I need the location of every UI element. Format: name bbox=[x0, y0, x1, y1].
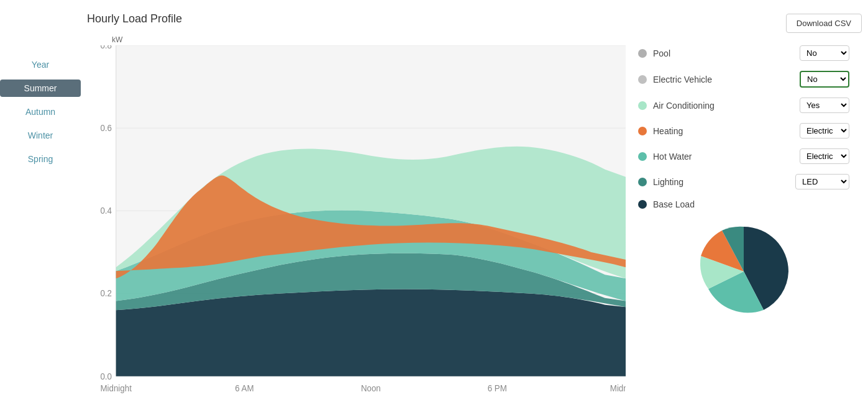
svg-text:6 PM: 6 PM bbox=[488, 383, 507, 393]
chart-wrapper: kW 0.8 0.6 0.4 0.2 0.0 bbox=[87, 35, 626, 399]
legend-row-baseload: Base Load bbox=[638, 196, 849, 213]
download-csv-button[interactable]: Download CSV bbox=[786, 14, 862, 33]
heating-label: Heating bbox=[653, 126, 793, 136]
lighting-select[interactable]: LED Standard No bbox=[795, 174, 849, 189]
hotwater-select[interactable]: Electric Gas Solar No bbox=[800, 148, 849, 164]
svg-text:0.0: 0.0 bbox=[100, 371, 112, 381]
sidebar-item-year[interactable]: Year bbox=[0, 56, 81, 73]
pool-label: Pool bbox=[653, 48, 793, 58]
sidebar: Year Summer Autumn Winter Spring bbox=[0, 0, 81, 405]
legend-row-ac: Air Conditioning Yes No bbox=[638, 94, 849, 117]
pool-select[interactable]: No Yes bbox=[800, 45, 849, 61]
heating-dot bbox=[638, 127, 647, 135]
ev-label: Electric Vehicle bbox=[653, 75, 793, 84]
legend-row-hotwater: Hot Water Electric Gas Solar No bbox=[638, 145, 849, 168]
lighting-label: Lighting bbox=[653, 177, 789, 187]
svg-text:Midnight: Midnight bbox=[610, 383, 626, 393]
chart-title: Hourly Load Profile bbox=[87, 12, 182, 25]
sidebar-item-summer[interactable]: Summer bbox=[0, 80, 81, 97]
legend-row-pool: Pool No Yes bbox=[638, 42, 849, 65]
ac-label: Air Conditioning bbox=[653, 101, 793, 111]
svg-text:0.2: 0.2 bbox=[100, 288, 112, 299]
svg-text:0.6: 0.6 bbox=[100, 122, 112, 133]
legend-row-lighting: Lighting LED Standard No bbox=[638, 170, 849, 193]
sidebar-item-winter[interactable]: Winter bbox=[0, 127, 81, 144]
ev-select[interactable]: No Yes bbox=[800, 71, 849, 88]
svg-text:0.4: 0.4 bbox=[100, 206, 112, 216]
svg-text:Noon: Noon bbox=[361, 383, 381, 393]
legend-row-ev: Electric Vehicle No Yes bbox=[638, 67, 849, 91]
ac-select[interactable]: Yes No bbox=[800, 98, 849, 113]
pie-chart-container bbox=[638, 222, 849, 321]
pie-chart bbox=[691, 222, 797, 321]
right-panel: Pool No Yes Electric Vehicle No Yes Air … bbox=[626, 35, 862, 399]
y-axis-label: kW bbox=[112, 35, 626, 44]
chart-svg: 0.8 0.6 0.4 0.2 0.0 bbox=[87, 45, 626, 399]
svg-text:0.8: 0.8 bbox=[100, 45, 112, 50]
sidebar-item-autumn[interactable]: Autumn bbox=[0, 103, 81, 121]
legend-row-heating: Heating Electric Gas No bbox=[638, 119, 849, 142]
baseload-label: Base Load bbox=[653, 199, 849, 209]
sidebar-item-spring[interactable]: Spring bbox=[0, 150, 81, 168]
ev-dot bbox=[638, 75, 647, 84]
hotwater-dot bbox=[638, 152, 647, 161]
pool-dot bbox=[638, 49, 647, 58]
chart-header: Hourly Load Profile Download CSV bbox=[87, 12, 862, 33]
baseload-dot bbox=[638, 200, 647, 209]
lighting-dot bbox=[638, 178, 647, 186]
hotwater-label: Hot Water bbox=[653, 152, 793, 162]
ac-dot bbox=[638, 101, 647, 110]
heating-select[interactable]: Electric Gas No bbox=[800, 123, 849, 139]
chart-area: kW 0.8 0.6 0.4 0.2 0.0 bbox=[87, 35, 862, 399]
main-content: Hourly Load Profile Download CSV kW 0.8 … bbox=[81, 0, 868, 405]
svg-text:Midnight: Midnight bbox=[100, 383, 132, 393]
svg-text:6 AM: 6 AM bbox=[235, 383, 254, 393]
